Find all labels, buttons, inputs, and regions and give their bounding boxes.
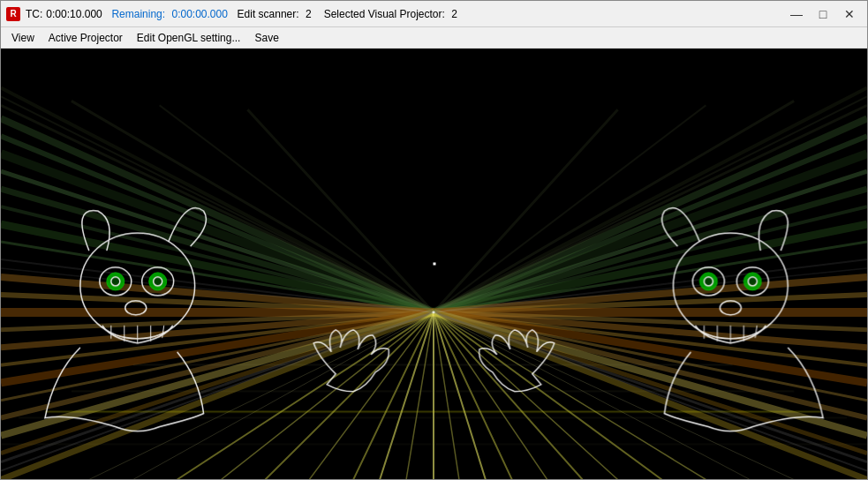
- main-window: R TC:0:00:10.000 Remaining: 0:00:00.000 …: [0, 0, 868, 480]
- minimize-button[interactable]: —: [784, 5, 809, 23]
- remaining-value: 0:00:00.000: [171, 8, 227, 20]
- menu-bar: View Active Projector Edit OpenGL settin…: [1, 27, 867, 49]
- selected-projector-value: 2: [451, 8, 457, 20]
- title-bar: R TC:0:00:10.000 Remaining: 0:00:00.000 …: [1, 1, 867, 27]
- visualization-canvas: [1, 49, 867, 479]
- tc-label: TC:: [26, 8, 42, 20]
- tc-value: 0:00:10.000: [46, 8, 102, 20]
- menu-view[interactable]: View: [4, 30, 42, 46]
- svg-point-102: [704, 277, 713, 286]
- menu-active-projector[interactable]: Active Projector: [42, 30, 130, 46]
- title-bar-text: TC:0:00:10.000 Remaining: 0:00:00.000 Ed…: [26, 8, 784, 20]
- edit-scanner-value: 2: [306, 8, 312, 20]
- window-controls: — □ ✕: [784, 5, 862, 23]
- svg-point-89: [111, 277, 120, 286]
- svg-point-112: [433, 311, 435, 313]
- center-crosshair: [433, 263, 435, 266]
- menu-edit-opengl[interactable]: Edit OpenGL setting...: [130, 30, 248, 46]
- svg-point-105: [748, 277, 757, 286]
- edit-scanner-label: Edit scanner:: [238, 8, 299, 20]
- menu-save[interactable]: Save: [247, 30, 285, 46]
- maximize-button[interactable]: □: [811, 5, 835, 23]
- remaining-label: Remaining:: [111, 8, 165, 20]
- close-button[interactable]: ✕: [837, 5, 862, 23]
- svg-point-92: [154, 277, 162, 286]
- selected-projector-label: Selected Visual Projector:: [324, 8, 445, 20]
- app-icon: R: [6, 7, 20, 21]
